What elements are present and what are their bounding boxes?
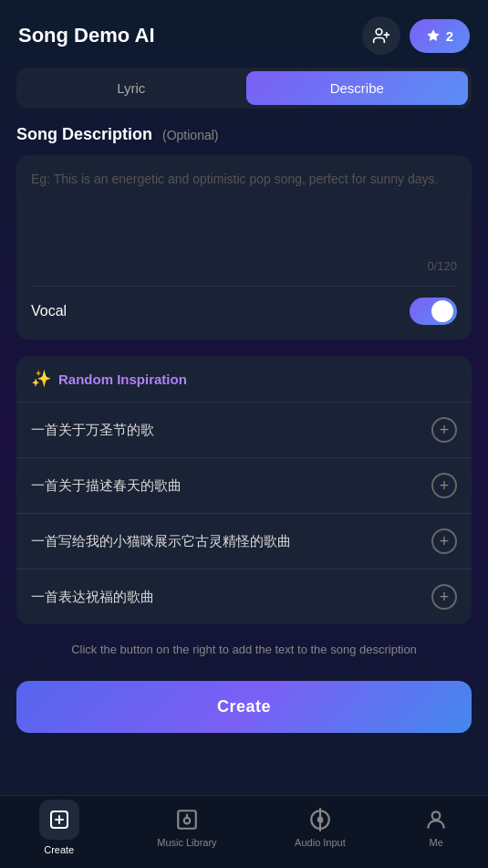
helper-text: Click the button on the right to add the… [0,637,488,674]
add-user-button[interactable] [362,16,400,55]
svg-point-14 [432,811,441,820]
svg-rect-7 [178,810,196,829]
nav-audio-input-label: Audio Input [295,837,346,848]
toggle-thumb [431,300,453,322]
vocal-label: Vocal [31,303,67,319]
char-count: 0/120 [31,256,457,282]
add-inspiration-2[interactable]: + [431,528,457,554]
create-icon [48,809,70,831]
header-actions: 2 [362,16,470,55]
audio-input-icon [307,807,333,832]
tab-describe[interactable]: Describe [246,71,469,105]
optional-label: (Optional) [162,128,218,142]
create-nav-icon-container [39,800,79,840]
add-inspiration-3[interactable]: + [431,584,457,610]
inspiration-text-1: 一首关于描述春天的歌曲 [31,477,182,495]
create-button[interactable]: Create [16,681,472,733]
inspiration-header: ✨ Random Inspiration [16,356,472,402]
vocal-toggle[interactable] [410,298,457,325]
tab-bar: Lyric Describe [16,68,472,109]
credits-count: 2 [446,28,453,44]
description-card: 0/120 Vocal [16,155,472,340]
tab-lyric[interactable]: Lyric [20,71,243,105]
inspiration-item-3[interactable]: 一首表达祝福的歌曲 + [16,569,472,624]
inspiration-text-3: 一首表达祝福的歌曲 [31,589,154,606]
magic-icon: ✨ [31,369,51,389]
header: Song Demo AI 2 [0,0,488,68]
inspiration-card: ✨ Random Inspiration 一首关于万圣节的歌 + 一首关于描述春… [16,356,472,624]
svg-marker-3 [427,29,439,41]
music-library-icon [174,807,200,832]
vocal-row: Vocal [31,286,457,325]
bottom-nav: Create Music Library Audio Input [0,795,488,868]
add-inspiration-1[interactable]: + [431,473,457,498]
app-title: Song Demo AI [18,24,155,47]
add-inspiration-0[interactable]: + [431,417,457,443]
description-input[interactable] [31,170,457,252]
svg-point-0 [376,29,382,36]
nav-create[interactable]: Create [39,800,79,855]
nav-me[interactable]: Me [423,807,449,848]
inspiration-item-1[interactable]: 一首关于描述春天的歌曲 + [16,457,472,513]
inspiration-item-2[interactable]: 一首写给我的小猫咪展示它古灵精怪的歌曲 + [16,513,472,569]
inspiration-text-0: 一首关于万圣节的歌 [31,422,154,439]
nav-me-label: Me [430,837,443,848]
section-title: Song Description (Optional) [0,125,488,155]
inspiration-text-2: 一首写给我的小猫咪展示它古灵精怪的歌曲 [31,533,291,550]
me-icon [423,807,449,832]
nav-music-library-label: Music Library [157,837,216,848]
credits-button[interactable]: 2 [410,19,470,53]
inspiration-title: Random Inspiration [58,371,187,387]
nav-music-library[interactable]: Music Library [157,807,216,848]
inspiration-item-0[interactable]: 一首关于万圣节的歌 + [16,402,472,457]
nav-audio-input[interactable]: Audio Input [295,807,346,848]
nav-create-label: Create [44,844,74,855]
